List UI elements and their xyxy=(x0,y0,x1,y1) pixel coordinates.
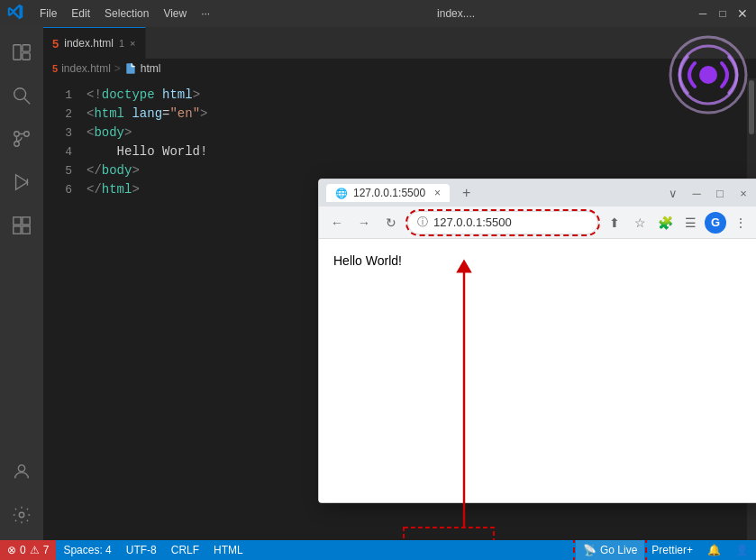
tab-close-button[interactable]: × xyxy=(130,38,135,49)
svg-marker-8 xyxy=(16,175,28,190)
line-num-4: 4 xyxy=(43,142,79,161)
svg-point-15 xyxy=(19,512,24,518)
window-title: index.... xyxy=(226,7,686,20)
browser-close-button[interactable]: × xyxy=(735,185,751,201)
go-live-button[interactable]: 📡 Go Live xyxy=(576,540,644,560)
status-notifications-icon[interactable]: 🔔 xyxy=(700,540,728,560)
live-server-logo xyxy=(668,34,749,115)
tab-filename: index.html xyxy=(64,37,114,50)
tab-number: 1 xyxy=(119,38,124,49)
activity-extensions[interactable] xyxy=(0,204,43,247)
browser-forward-button[interactable]: → xyxy=(353,212,375,234)
browser-menu-icon[interactable]: ⋮ xyxy=(730,212,751,234)
status-bar-left: ⊗ 0 ⚠ 7 Spaces: 4 UTF-8 CRLF HTML xyxy=(0,540,250,560)
browser-sidebar-icon[interactable]: ☰ xyxy=(679,212,701,234)
menu-bar: File Edit Selection View ··· xyxy=(34,5,215,22)
breadcrumb-section[interactable]: html xyxy=(141,62,161,75)
svg-point-3 xyxy=(14,88,26,100)
browser-share-icon[interactable]: ⬆ xyxy=(604,212,625,234)
title-bar: File Edit Selection View ··· index.... ─… xyxy=(0,0,756,27)
minimize-button[interactable]: ─ xyxy=(697,7,709,20)
browser-tab-title: 127.0.0.1:5500 xyxy=(353,187,425,199)
editor-area: 5 index.html 1 × 5 index.html > html 1 2 xyxy=(43,27,756,540)
activity-explorer[interactable] xyxy=(0,31,43,74)
scroll-thumb xyxy=(749,80,754,134)
line-numbers: 1 2 3 4 5 6 xyxy=(43,78,79,540)
status-bar: ⊗ 0 ⚠ 7 Spaces: 4 UTF-8 CRLF HTML 📡 Go L… xyxy=(0,540,756,560)
svg-point-6 xyxy=(24,132,30,137)
browser-page-text: Hello World! xyxy=(333,253,402,268)
svg-line-4 xyxy=(24,98,30,104)
status-warning-count: 7 xyxy=(43,544,50,556)
svg-point-5 xyxy=(14,132,20,137)
svg-rect-13 xyxy=(23,226,30,234)
browser-maximize-button[interactable]: □ xyxy=(712,185,728,201)
close-button[interactable]: ✕ xyxy=(736,7,749,20)
svg-rect-12 xyxy=(14,226,21,234)
go-live-label: Go Live xyxy=(600,544,637,556)
svg-rect-1 xyxy=(23,45,30,51)
code-line-5: </body> xyxy=(87,161,747,180)
browser-reload-button[interactable]: ↻ xyxy=(380,212,402,234)
menu-more[interactable]: ··· xyxy=(196,5,215,22)
status-line-ending[interactable]: CRLF xyxy=(164,540,206,560)
window-controls: ─ □ ✕ xyxy=(697,7,749,20)
tab-index-html[interactable]: 5 index.html 1 × xyxy=(43,27,146,59)
status-account-icon[interactable]: 👤 xyxy=(728,540,756,560)
status-bar-right: 📡 Go Live Prettier+ 🔔 👤 xyxy=(576,540,756,560)
breadcrumb: 5 index.html > html xyxy=(43,59,756,78)
html-file-icon: 5 xyxy=(52,37,59,50)
svg-rect-0 xyxy=(14,45,21,60)
browser-info-icon: ⓘ xyxy=(417,215,428,230)
main-area: 5 index.html 1 × 5 index.html > html 1 2 xyxy=(0,27,756,540)
status-warning-icon: ⚠ xyxy=(30,544,40,556)
line-num-5: 5 xyxy=(43,161,79,180)
activity-run[interactable] xyxy=(0,161,43,204)
svg-rect-11 xyxy=(23,217,30,225)
line-num-1: 1 xyxy=(43,86,79,105)
menu-selection[interactable]: Selection xyxy=(99,5,154,22)
browser-window: 🌐 127.0.0.1:5500 × + ∨ ─ □ × ← → xyxy=(318,179,756,503)
browser-address-bar[interactable]: ⓘ 127.0.0.1:5500 xyxy=(407,211,598,234)
breadcrumb-file[interactable]: index.html xyxy=(61,62,111,75)
browser-new-tab-button[interactable]: + xyxy=(457,185,476,201)
svg-rect-2 xyxy=(23,53,30,60)
line-num-6: 6 xyxy=(43,180,79,199)
browser-avatar: G xyxy=(705,212,726,234)
code-line-4: Hello World! xyxy=(87,142,747,161)
browser-profile-icon[interactable]: G xyxy=(705,212,726,234)
browser-tab[interactable]: 🌐 127.0.0.1:5500 × xyxy=(326,184,450,202)
menu-edit[interactable]: Edit xyxy=(66,5,96,22)
browser-extensions-icon[interactable]: 🧩 xyxy=(654,212,676,234)
browser-chevron-icon: ∨ xyxy=(665,185,681,201)
vscode-window: File Edit Selection View ··· index.... ─… xyxy=(0,0,756,560)
browser-title-bar: 🌐 127.0.0.1:5500 × + ∨ ─ □ × xyxy=(319,179,756,207)
browser-back-button[interactable]: ← xyxy=(326,212,348,234)
activity-search[interactable] xyxy=(0,74,43,117)
activity-account[interactable] xyxy=(0,450,43,493)
browser-bookmark-icon[interactable]: ☆ xyxy=(629,212,651,234)
browser-minimize-button[interactable]: ─ xyxy=(688,185,705,201)
browser-content: Hello World! xyxy=(319,239,756,502)
activity-source-control[interactable] xyxy=(0,117,43,161)
status-encoding[interactable]: UTF-8 xyxy=(119,540,164,560)
browser-window-controls: ∨ ─ □ × xyxy=(665,185,751,201)
browser-tab-close[interactable]: × xyxy=(434,187,441,199)
svg-rect-10 xyxy=(14,217,21,225)
maximize-button[interactable]: □ xyxy=(716,7,729,20)
status-errors[interactable]: ⊗ 0 ⚠ 7 xyxy=(0,540,56,560)
menu-file[interactable]: File xyxy=(34,5,62,22)
svg-point-21 xyxy=(699,66,717,84)
browser-tab-favicon: 🌐 xyxy=(335,188,348,199)
broadcast-icon: 📡 xyxy=(583,544,597,556)
code-line-3: <body> xyxy=(87,124,747,142)
breadcrumb-html-tag-icon xyxy=(124,62,137,75)
status-spaces[interactable]: Spaces: 4 xyxy=(56,540,118,560)
svg-point-14 xyxy=(18,465,24,472)
menu-view[interactable]: View xyxy=(158,5,192,22)
browser-toolbar: ← → ↻ ⓘ 127.0.0.1:5500 ⬆ ☆ 🧩 ☰ G xyxy=(319,207,756,239)
activity-settings[interactable] xyxy=(0,493,43,537)
code-line-2: <html lang="en"> xyxy=(87,105,747,124)
status-language[interactable]: HTML xyxy=(206,540,250,560)
status-prettier[interactable]: Prettier+ xyxy=(644,540,700,560)
